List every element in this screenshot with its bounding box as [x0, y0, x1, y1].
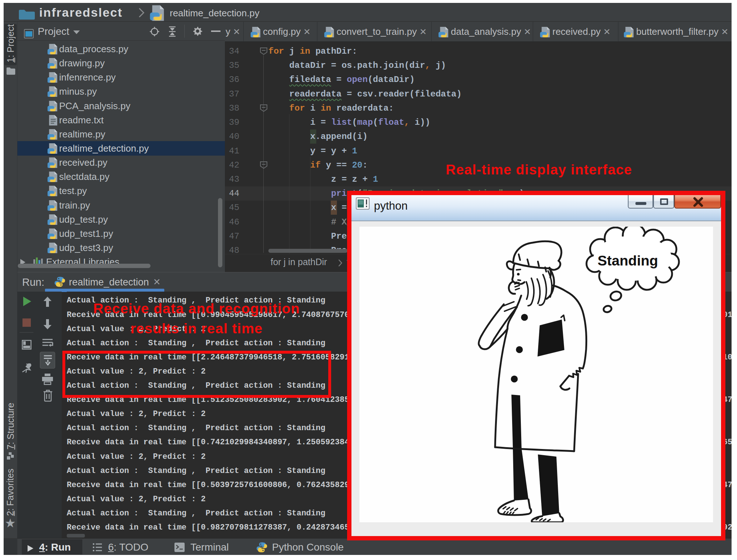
- svg-text:Standing: Standing: [598, 253, 658, 268]
